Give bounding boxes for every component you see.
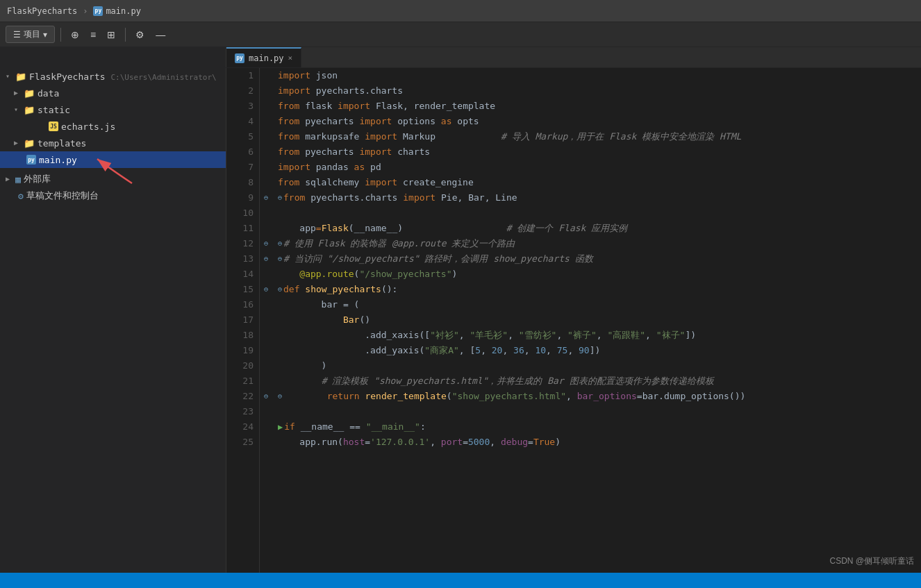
code-area: 1 2 3 4 5 6 7 8 9 10 11 12 13 14 15 16 1… <box>226 68 921 588</box>
sidebar-item-scratch[interactable]: ⚙ 草稿文件和控制台 <box>0 187 226 204</box>
mainpy-icon: py <box>26 155 36 165</box>
ln-15: 15 <box>226 282 259 297</box>
settings-icon-btn[interactable]: ⚙ <box>131 26 149 43</box>
ln-12: 12 <box>226 236 259 251</box>
fold-15[interactable]: ⊖ <box>260 282 272 297</box>
fold-12[interactable]: ⊖ <box>260 236 272 251</box>
title-separator: › <box>83 6 88 16</box>
title-file: py main.py <box>93 6 141 16</box>
code-line-16: bar = ( <box>278 297 921 312</box>
sidebar-item-static[interactable]: ▾ 📁 static <box>0 101 226 118</box>
fold-1 <box>260 68 272 83</box>
project-label: 项目 <box>24 28 40 40</box>
status-bar <box>0 573 921 588</box>
ln-11: 11 <box>226 221 259 236</box>
mainpy-label: main.py <box>39 155 77 165</box>
toolbar-sep-2 <box>125 28 126 42</box>
sidebar-item-extlib[interactable]: ▶ ▦ 外部库 <box>0 171 226 187</box>
data-folder-icon: 📁 <box>24 87 35 99</box>
fold-4 <box>260 114 272 129</box>
fold-7 <box>260 160 272 175</box>
sidebar-item-templates[interactable]: ▶ 📁 templates <box>0 135 226 151</box>
line-numbers: 1 2 3 4 5 6 7 8 9 10 11 12 13 14 15 16 1… <box>226 68 260 588</box>
ln-17: 17 <box>226 312 259 328</box>
fold-24 <box>260 419 272 435</box>
ln-5: 5 <box>226 129 259 144</box>
editor[interactable]: 1 2 3 4 5 6 7 8 9 10 11 12 13 14 15 16 1… <box>226 68 921 588</box>
code-line-11: app=Flask(__name__) # 创建一个 Flask 应用实例 <box>278 221 921 236</box>
static-label: static <box>38 105 70 115</box>
code-line-19: .add_yaxis("商家A", [5, 20, 36, 10, 75, 90… <box>278 343 921 358</box>
ln-9: 9 <box>226 190 259 205</box>
scratch-icon: ⚙ <box>18 191 24 201</box>
fold-3 <box>260 99 272 114</box>
add-icon-btn[interactable]: ⊕ <box>67 26 83 43</box>
sidebar-item-data[interactable]: ▶ 📁 data <box>0 85 226 101</box>
code-line-9: ⊖from pyecharts.charts import Pie, Bar, … <box>278 190 921 205</box>
code-content: import json import pyecharts.charts from… <box>272 68 921 588</box>
templates-chevron: ▶ <box>14 139 22 147</box>
code-line-23 <box>278 404 921 419</box>
toolbar-sep-1 <box>60 28 61 42</box>
templates-label: templates <box>38 138 86 149</box>
code-line-24: ▶ if __name__ == "__main__": <box>278 419 921 435</box>
data-chevron: ▶ <box>14 89 22 97</box>
templates-folder-icon: 📁 <box>24 137 35 149</box>
fold-20 <box>260 358 272 373</box>
run-arrow[interactable]: ▶ <box>278 419 283 435</box>
ln-18: 18 <box>226 328 259 343</box>
tab-py-icon: py <box>235 53 244 63</box>
ln-22: 22 <box>226 389 259 404</box>
tab-close-btn[interactable]: × <box>288 53 293 62</box>
py-icon: py <box>93 6 103 16</box>
ln-8: 8 <box>226 175 259 190</box>
code-line-5: from markupsafe import Markup # 导入 Marku… <box>278 129 921 144</box>
js-file-icon: JS <box>49 121 58 131</box>
sidebar-root[interactable]: ▾ 📁 FlaskPyecharts C:\Users\Administrato… <box>0 68 226 85</box>
extlib-icon: ▦ <box>15 174 21 185</box>
code-line-6: from pyecharts import charts <box>278 144 921 160</box>
extlib-chevron: ▶ <box>6 175 14 183</box>
code-line-22: ⊖ return render_template("show_pyecharts… <box>278 389 921 404</box>
title-project: FlaskPyecharts <box>7 6 77 16</box>
sidebar-tab-area <box>0 47 226 67</box>
fold-5 <box>260 129 272 144</box>
code-line-7: import pandas as pd <box>278 160 921 175</box>
fold-25 <box>260 435 272 450</box>
list-icon-btn[interactable]: ≡ <box>86 26 100 43</box>
ln-23: 23 <box>226 404 259 419</box>
tab-bar: py main.py × <box>226 47 921 68</box>
project-button[interactable]: ☰ 项目 ▾ <box>6 26 55 43</box>
main-py-tab[interactable]: py main.py × <box>226 47 301 67</box>
code-line-3: from flask import Flask, render_template <box>278 99 921 114</box>
main-layout: ▾ 📁 FlaskPyecharts C:\Users\Administrato… <box>0 68 921 588</box>
fold-8 <box>260 175 272 190</box>
ln-7: 7 <box>226 160 259 175</box>
static-chevron: ▾ <box>14 106 22 114</box>
code-line-21: # 渲染模板 "show_pyecharts.html"，并将生成的 Bar 图… <box>278 373 921 389</box>
ln-2: 2 <box>226 83 259 99</box>
split-icon-btn[interactable]: ⊞ <box>103 26 119 43</box>
sidebar-item-mainpy[interactable]: py main.py <box>0 151 226 168</box>
fold-9[interactable]: ⊖ <box>260 190 272 205</box>
sidebar-item-echarts[interactable]: JS echarts.js <box>0 118 226 135</box>
ln-14: 14 <box>226 267 259 282</box>
fold-13[interactable]: ⊖ <box>260 251 272 267</box>
ln-24: 24 <box>226 419 259 435</box>
fold-23 <box>260 404 272 419</box>
code-line-15: ⊖def show_pyecharts(): <box>278 282 921 297</box>
minus-icon-btn[interactable]: — <box>151 26 169 43</box>
data-label: data <box>38 88 59 99</box>
fold-2 <box>260 83 272 99</box>
fold-22[interactable]: ⊖ <box>260 389 272 404</box>
project-icon: ☰ <box>13 30 21 40</box>
code-line-18: .add_xaxis(["衬衫", "羊毛衫", "雪纺衫", "裤子", "高… <box>278 328 921 343</box>
ln-10: 10 <box>226 205 259 221</box>
title-bar: FlaskPyecharts › py main.py <box>0 0 921 22</box>
ln-13: 13 <box>226 251 259 267</box>
root-chevron: ▾ <box>6 72 14 81</box>
ln-20: 20 <box>226 358 259 373</box>
root-folder-icon: 📁 <box>15 71 26 82</box>
ln-3: 3 <box>226 99 259 114</box>
scratch-label: 草稿文件和控制台 <box>26 190 99 202</box>
